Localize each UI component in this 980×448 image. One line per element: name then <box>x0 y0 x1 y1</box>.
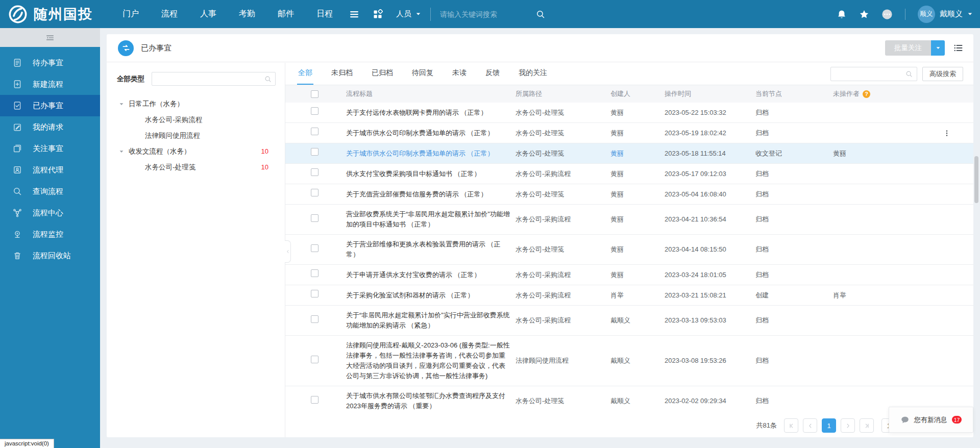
table-row[interactable]: 关于城市供水公司印制水费通知单的请示 （正常） 水务公司-处理笺 黄丽 2023… <box>285 143 973 164</box>
top-nav-item[interactable]: 人事 <box>200 9 216 19</box>
batch-follow-dropdown-button[interactable] <box>931 40 945 56</box>
sidebar-item[interactable]: 流程回收站 <box>0 245 100 266</box>
row-title-link[interactable]: 关于支付远传水表物联网卡费用的请示 （正常） <box>346 103 516 122</box>
help-icon[interactable]: ? <box>863 90 870 98</box>
search-icon[interactable] <box>905 70 913 78</box>
tree-item[interactable]: 法律顾问使用流程 <box>117 128 276 143</box>
row-title-link[interactable]: 关于采购化验室试剂和器材的请示 （正常） <box>346 286 516 305</box>
module-switcher[interactable]: 人员 <box>396 9 421 19</box>
row-menu-icon[interactable] <box>943 129 950 137</box>
sidebar-item[interactable]: 流程监控 <box>0 223 100 245</box>
caret-down-icon[interactable] <box>119 102 124 107</box>
row-checkbox[interactable] <box>311 128 318 135</box>
bell-icon[interactable] <box>837 9 847 19</box>
row-path: 水务公司-处理笺 <box>516 240 610 259</box>
table-row[interactable]: 关于申请开通供水支付宝收费的请示 （正常） 水务公司-采购流程 黄丽 2023-… <box>285 265 973 285</box>
table-row[interactable]: 法律顾问使用流程-戴顺义-2023-03-06 (服务类型:一般性法律事务，包括… <box>285 336 973 386</box>
page-number-button[interactable]: 1 <box>822 418 836 433</box>
sidebar-collapse-button[interactable] <box>0 28 100 47</box>
row-checkbox[interactable] <box>311 396 318 404</box>
row-checkbox[interactable] <box>311 189 318 196</box>
status-tab[interactable]: 反馈 <box>484 68 501 85</box>
tree-item[interactable]: 收发文流程（水务） 10 <box>117 143 276 159</box>
sidebar-item[interactable]: 关注事宜 <box>0 138 100 159</box>
table-row[interactable]: 关于采购化验室试剂和器材的请示 （正常） 水务公司-采购流程 肖举 2023-0… <box>285 285 973 306</box>
row-creator: 黄丽 <box>610 164 665 184</box>
new-message-toast[interactable]: 您有新消息 17 <box>889 407 973 433</box>
row-checkbox[interactable] <box>311 356 318 363</box>
row-title-link[interactable]: 营业部收费系统关于“非居民用水超定额累计加价”功能增加的项目中标通知书 （正常） <box>346 205 516 234</box>
tree-item[interactable]: 水务公司-采购流程 <box>117 112 276 128</box>
status-tab[interactable]: 全部 <box>297 68 313 85</box>
caret-down-icon[interactable] <box>119 149 124 154</box>
table-row[interactable]: 关于“非居民用水超定额累计加价”实行中营业部收费系统功能增加的采购请示 （紧急）… <box>285 306 973 336</box>
select-all-checkbox[interactable] <box>311 90 318 98</box>
star-icon[interactable] <box>859 9 869 19</box>
row-node: 归档 <box>755 240 833 259</box>
row-checkbox[interactable] <box>311 214 318 222</box>
row-title-link[interactable]: 关于城市供水有限公司续签鄂汇办水费查询程序及支付2023年服务费的请示 （重要） <box>346 386 516 414</box>
top-nav-item[interactable]: 流程 <box>161 9 178 19</box>
row-title-link[interactable]: 关于营业部维修和更换水表检验装置费用的请示 （正常） <box>346 235 516 264</box>
sidebar-item[interactable]: 流程代理 <box>0 159 100 181</box>
table-row[interactable]: 供水支付宝收费采购项目中标通知书 （正常） 水务公司-采购流程 黄丽 2023-… <box>285 164 973 184</box>
row-path: 水务公司-处理笺 <box>516 391 610 411</box>
row-title-link[interactable]: 关于城市供水公司印制水费通知单的请示 （正常） <box>346 144 516 163</box>
tree-item[interactable]: 水务公司-处理笺 10 <box>117 159 276 175</box>
sidebar-item[interactable]: 新建流程 <box>0 73 100 95</box>
last-page-button[interactable] <box>860 418 874 433</box>
row-checkbox[interactable] <box>311 290 318 297</box>
status-tab[interactable]: 已归档 <box>371 68 394 85</box>
list-view-icon[interactable] <box>953 43 963 53</box>
status-tab[interactable]: 我的关注 <box>518 68 548 85</box>
list-search-input[interactable] <box>835 70 905 78</box>
prev-page-button[interactable] <box>803 418 817 433</box>
row-checkbox[interactable] <box>311 148 318 156</box>
row-checkbox[interactable] <box>311 244 318 252</box>
row-checkbox[interactable] <box>311 168 318 176</box>
batch-follow-button[interactable]: 批量关注 <box>885 40 931 56</box>
top-nav-item[interactable]: 门户 <box>122 9 139 19</box>
top-nav-item[interactable]: 日程 <box>316 9 333 19</box>
search-input[interactable] <box>440 10 527 18</box>
next-page-button[interactable] <box>841 418 855 433</box>
row-checkbox[interactable] <box>311 315 318 323</box>
status-tab[interactable]: 待回复 <box>411 68 434 85</box>
first-page-button[interactable] <box>784 418 798 433</box>
table-row[interactable]: 关于充值营业部催费短信服务费的请示 （正常） 水务公司-处理笺 黄丽 2023-… <box>285 184 973 205</box>
search-icon[interactable] <box>536 10 545 19</box>
sidebar-item[interactable]: 我的请求 <box>0 116 100 138</box>
status-tab[interactable]: 未归档 <box>330 68 354 85</box>
sidebar-item[interactable]: 查询流程 <box>0 181 100 202</box>
table-row[interactable]: 关于城市供水有限公司续签鄂汇办水费查询程序及支付2023年服务费的请示 （重要）… <box>285 386 973 414</box>
row-title-link[interactable]: 关于城市供水公司印制水费通知单的请示 （正常） <box>346 123 516 143</box>
search-icon[interactable] <box>264 76 272 83</box>
sidebar-item[interactable]: 已办事宜 <box>0 95 100 116</box>
apps-icon[interactable] <box>373 9 383 19</box>
sidebar-item[interactable]: 待办事宜 <box>0 52 100 73</box>
more-icon[interactable] <box>881 9 893 20</box>
row-title-link[interactable]: 关于申请开通供水支付宝收费的请示 （正常） <box>346 265 516 285</box>
row-title-link[interactable]: 关于充值营业部催费短信服务费的请示 （正常） <box>346 185 516 204</box>
row-title-link[interactable]: 法律顾问使用流程-戴顺义-2023-03-06 (服务类型:一般性法律事务，包括… <box>346 336 516 386</box>
app-logo[interactable]: 随州国投 <box>0 5 117 24</box>
table-row[interactable]: 关于城市供水公司印制水费通知单的请示 （正常） 水务公司-处理笺 黄丽 2023… <box>285 123 973 143</box>
user-menu[interactable]: 顺义 戴顺义 <box>918 6 973 23</box>
sidebar-item[interactable]: 流程中心 <box>0 202 100 223</box>
row-checkbox[interactable] <box>311 269 318 277</box>
advanced-search-button[interactable]: 高级搜索 <box>922 67 963 81</box>
tree-item[interactable]: 日常工作（水务） <box>117 96 276 112</box>
table-row[interactable]: 营业部收费系统关于“非居民用水超定额累计加价”功能增加的项目中标通知书 （正常）… <box>285 205 973 235</box>
collapse-tree-panel-handle[interactable] <box>285 240 291 263</box>
row-checkbox[interactable] <box>311 107 318 115</box>
top-nav-item[interactable]: 邮件 <box>278 9 294 19</box>
row-title-link[interactable]: 关于“非居民用水超定额累计加价”实行中营业部收费系统功能增加的采购请示 （紧急） <box>346 306 516 335</box>
status-tab[interactable]: 未读 <box>451 68 468 85</box>
table-row[interactable]: 关于营业部维修和更换水表检验装置费用的请示 （正常） 水务公司-处理笺 黄丽 2… <box>285 235 973 265</box>
table-row[interactable]: 关于支付远传水表物联网卡费用的请示 （正常） 水务公司-处理笺 黄丽 2023-… <box>285 103 973 123</box>
row-title-link[interactable]: 供水支付宝收费采购项目中标通知书 （正常） <box>346 164 516 184</box>
type-search-input[interactable] <box>156 75 264 83</box>
menu-icon[interactable] <box>349 9 359 19</box>
vertical-scrollbar[interactable] <box>974 156 978 203</box>
top-nav-item[interactable]: 考勤 <box>239 9 255 19</box>
